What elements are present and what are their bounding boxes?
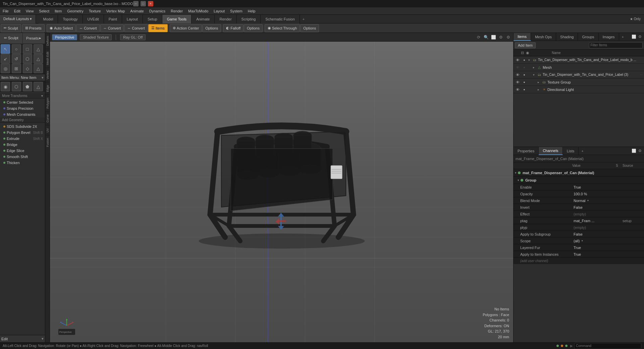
prop-row-apply-instances[interactable]: Apply to Item Instances True [514,251,644,258]
props-tab-channels[interactable]: Channels [539,147,562,155]
mesh-constraints-item[interactable]: Mesh Constraints [0,111,45,117]
filter-items-input[interactable] [589,42,643,48]
viewport-perspective-button[interactable]: Perspective [52,34,77,40]
menu-item[interactable]: Item [52,8,64,14]
menu-help[interactable]: Help [245,8,258,14]
tool-icon-pointer[interactable]: ↖ [1,44,10,54]
bridge-item[interactable]: Bridge [0,142,45,148]
snaps-precision-item[interactable]: Snaps Precision [0,105,45,111]
tool-icon-diamond[interactable]: ◇ [23,64,32,73]
tree-eye-light[interactable]: 👁 [515,87,520,92]
convert-button-3[interactable]: ↔ Convert [124,24,148,32]
convert-button-1[interactable]: ↔ Convert [76,24,100,32]
menu-texture[interactable]: Texture [86,8,104,14]
options-2-button[interactable]: Options [244,24,263,32]
prop-row-enable[interactable]: Enable True [514,184,644,191]
tree-eye-tex[interactable]: 👁 [515,80,520,85]
sds-subdivide-item[interactable]: SDS Subdivide 2X [0,123,45,130]
add-tab-button[interactable]: + [300,16,307,22]
minimize-button[interactable]: ─ [133,1,139,6]
edit-section[interactable]: Edit ▾ [0,335,45,342]
tab-animate[interactable]: Animate [192,15,215,23]
viewport[interactable]: Perspective Shaded Texture Ray GL: Off ⟳… [50,33,513,342]
prop-row-scope[interactable]: Scope (all) [514,238,644,244]
prop-row-effect[interactable]: Effect (empty) [514,211,644,217]
options-3-button[interactable]: Options [300,24,319,32]
thicken-item[interactable]: Thicken [0,160,45,166]
props-tab-plus[interactable]: + [579,148,586,154]
viewport-icon-settings[interactable]: ⚙ [498,34,504,40]
viewport-icon-sync[interactable]: ⟳ [476,34,482,40]
tree-eye-tin2[interactable]: ● [522,72,527,78]
items-button[interactable]: ☰ Items [148,24,168,32]
props-tab-properties[interactable]: Properties [514,147,539,155]
tool-icon-cube[interactable]: □ [23,44,32,54]
tool-icon-grid[interactable]: ⊞ [12,64,21,73]
prop-row-ptag[interactable]: ptag mat_Fram ... setup [514,217,644,224]
prop-value-scope[interactable]: (all) [572,239,616,243]
action-center-button[interactable]: ⊕ Action Center [170,24,202,32]
tool-icon-dot[interactable]: ◉ [1,82,10,91]
props-icon-settings[interactable]: ⚙ [637,148,643,154]
menu-select[interactable]: Select [36,8,52,14]
tree-item-texture-group[interactable]: 👁 ● ▸ 🗂 Texture Group [514,79,644,86]
tree-eye-tex2[interactable]: ● [522,80,527,85]
polygon-bevel-item[interactable]: Polygon Bevel Shift B [0,130,45,136]
menu-maxtomodo[interactable]: MaxToModo [185,8,211,14]
add-geometry-header[interactable]: Add Geometry [0,117,45,123]
prop-group-group-header[interactable]: ▾ Group [514,177,644,184]
edge-slice-item[interactable]: Edge Slice [0,148,45,154]
3d-canvas[interactable]: Perspective No Items Polygons : Face Cha… [50,42,513,342]
prop-row-apply-subgroup[interactable]: Apply to Subgroup False [514,231,644,238]
center-selected-item[interactable]: Center Selected [0,99,45,105]
tree-item-tin-can[interactable]: 👁 ● ▾ 🗂 Tin_Can_Dispenser_with_Tin_Cans_… [514,71,644,79]
prop-row-opacity[interactable]: Opacity 100.0 % [514,191,644,197]
tab-schematic-fusion[interactable]: Schematic Fusion [261,15,300,23]
side-tab-uv[interactable]: UV [45,125,50,135]
side-tab-mesh-edit[interactable]: Mesh Edit [45,49,50,68]
tab-setup[interactable]: Setup [143,15,162,23]
viewport-icon-gear2[interactable]: ⚙ [505,34,511,40]
prop-row-ptyp[interactable]: ptyp (empty) [514,224,644,231]
menu-system[interactable]: System [227,8,245,14]
tree-arrow-light[interactable]: ▸ [538,88,542,91]
tool-icon-refresh[interactable]: ↺ [12,54,21,63]
tab-uvedit[interactable]: UVEdit [83,15,104,23]
extrude-item[interactable]: Extrude Shift X [0,136,45,142]
tab-topology[interactable]: Topology [58,15,83,23]
tree-eye-mesh2[interactable]: ● [522,65,527,70]
tool-icon-tri2[interactable]: △ [34,54,43,63]
prop-row-layered-fur[interactable]: Layered Fur True [514,244,644,251]
menu-file[interactable]: File [0,8,11,14]
tab-game-tools[interactable]: Game Tools [162,15,192,23]
menu-edit[interactable]: Edit [11,8,23,14]
menu-layout[interactable]: Layout [211,8,227,14]
tool-icon-triangle[interactable]: △ [34,44,43,54]
tree-eye-mesh[interactable]: 👁 [515,65,520,70]
tool-icon-pentagon[interactable]: ⬟ [23,82,32,91]
right-tab-icon-expand[interactable]: ⬜ [631,34,637,40]
tab-scripting[interactable]: Scripting [237,15,261,23]
item-menu[interactable]: Item Menu: New Item ▾ [0,74,45,81]
command-input[interactable] [574,343,641,349]
tree-eye-tin[interactable]: 👁 [515,72,520,78]
sculpt-button[interactable]: ✏ Sculpt [1,24,21,32]
right-tab-shading[interactable]: Shading [556,33,578,41]
presets-button[interactable]: ⊞ Presets [22,24,45,32]
tree-eye-root[interactable]: 👁 [515,57,520,63]
props-tab-lists[interactable]: Lists [563,147,579,155]
sculpt-presets-button[interactable]: Presets ▸ [23,33,45,44]
tab-render[interactable]: Render [215,15,236,23]
tree-arrow-tex[interactable]: ▸ [538,81,542,84]
tool-icon-tri4[interactable]: △ [34,82,43,91]
tree-arrow-mesh[interactable]: ▸ [533,66,537,69]
prop-value-blend-mode[interactable]: Normal [572,199,616,203]
tool-icon-hex[interactable]: ⬡ [23,54,32,63]
tool-icon-circle[interactable]: ○ [12,44,21,54]
convert-button-2[interactable]: ↔ Convert [100,24,124,32]
menu-render[interactable]: Render [168,8,185,14]
items-col-icon[interactable]: ⊟ [520,50,525,56]
viewport-shaded-button[interactable]: Shaded Texture [80,34,112,40]
tool-icon-rotate[interactable]: ↙ [1,54,10,63]
right-tab-icon-settings[interactable]: ⚙ [637,34,643,40]
